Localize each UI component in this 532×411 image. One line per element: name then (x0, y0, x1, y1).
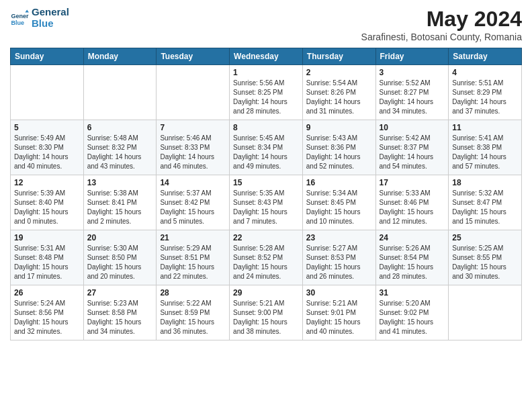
day-info: Sunrise: 5:41 AM Sunset: 8:38 PM Dayligh… (452, 134, 518, 171)
day-info: Sunrise: 5:22 AM Sunset: 8:59 PM Dayligh… (160, 299, 226, 336)
day-info: Sunrise: 5:23 AM Sunset: 8:58 PM Dayligh… (87, 299, 153, 336)
calendar-cell: 25Sunrise: 5:25 AM Sunset: 8:55 PM Dayli… (449, 230, 522, 285)
calendar-cell: 7Sunrise: 5:46 AM Sunset: 8:33 PM Daylig… (157, 120, 230, 175)
day-number: 11 (452, 123, 518, 132)
day-number: 15 (233, 178, 299, 187)
calendar-cell (11, 65, 84, 120)
day-number: 4 (452, 68, 518, 77)
week-row-5: 26Sunrise: 5:24 AM Sunset: 8:56 PM Dayli… (11, 285, 522, 340)
day-number: 24 (380, 233, 445, 242)
day-number: 19 (14, 233, 80, 242)
day-number: 23 (306, 233, 372, 242)
svg-text:Blue: Blue (11, 19, 24, 26)
week-row-4: 19Sunrise: 5:31 AM Sunset: 8:48 PM Dayli… (11, 230, 522, 285)
location: Sarafinesti, Botosani County, Romania (361, 32, 522, 42)
day-info: Sunrise: 5:38 AM Sunset: 8:41 PM Dayligh… (87, 189, 153, 226)
day-info: Sunrise: 5:32 AM Sunset: 8:47 PM Dayligh… (452, 189, 518, 226)
day-number: 8 (233, 123, 299, 132)
calendar-cell: 15Sunrise: 5:35 AM Sunset: 8:43 PM Dayli… (230, 175, 303, 230)
calendar-cell: 17Sunrise: 5:33 AM Sunset: 8:46 PM Dayli… (375, 175, 449, 230)
calendar-cell: 13Sunrise: 5:38 AM Sunset: 8:41 PM Dayli… (83, 175, 157, 230)
calendar-cell (157, 65, 230, 120)
day-info: Sunrise: 5:31 AM Sunset: 8:48 PM Dayligh… (14, 244, 80, 281)
calendar-cell: 14Sunrise: 5:37 AM Sunset: 8:42 PM Dayli… (157, 175, 230, 230)
weekday-header-tuesday: Tuesday (157, 48, 230, 65)
day-number: 22 (233, 233, 299, 242)
day-number: 25 (452, 233, 518, 242)
day-number: 21 (160, 233, 226, 242)
day-info: Sunrise: 5:49 AM Sunset: 8:30 PM Dayligh… (14, 134, 80, 171)
calendar-cell: 21Sunrise: 5:29 AM Sunset: 8:51 PM Dayli… (157, 230, 230, 285)
logo-text-blue: Blue (32, 18, 69, 30)
calendar-cell: 26Sunrise: 5:24 AM Sunset: 8:56 PM Dayli… (11, 285, 84, 340)
weekday-header-row: SundayMondayTuesdayWednesdayThursdayFrid… (11, 48, 522, 65)
day-info: Sunrise: 5:45 AM Sunset: 8:34 PM Dayligh… (233, 134, 299, 171)
calendar-cell: 29Sunrise: 5:21 AM Sunset: 9:00 PM Dayli… (230, 285, 303, 340)
calendar-cell: 12Sunrise: 5:39 AM Sunset: 8:40 PM Dayli… (11, 175, 84, 230)
day-number: 5 (14, 123, 80, 132)
calendar-cell: 8Sunrise: 5:45 AM Sunset: 8:34 PM Daylig… (230, 120, 303, 175)
day-info: Sunrise: 5:35 AM Sunset: 8:43 PM Dayligh… (233, 189, 299, 226)
day-number: 2 (306, 68, 372, 77)
calendar-cell: 27Sunrise: 5:23 AM Sunset: 8:58 PM Dayli… (83, 285, 157, 340)
day-number: 26 (14, 288, 80, 298)
day-number: 28 (160, 288, 226, 298)
day-number: 14 (160, 178, 226, 187)
calendar-cell: 30Sunrise: 5:21 AM Sunset: 9:01 PM Dayli… (302, 285, 375, 340)
day-number: 6 (87, 123, 153, 132)
day-info: Sunrise: 5:56 AM Sunset: 8:25 PM Dayligh… (233, 79, 299, 116)
day-number: 17 (380, 178, 445, 187)
calendar-cell: 2Sunrise: 5:54 AM Sunset: 8:26 PM Daylig… (302, 65, 375, 120)
day-info: Sunrise: 5:39 AM Sunset: 8:40 PM Dayligh… (14, 189, 80, 226)
calendar-cell (83, 65, 157, 120)
calendar-cell: 22Sunrise: 5:28 AM Sunset: 8:52 PM Dayli… (230, 230, 303, 285)
calendar-cell: 18Sunrise: 5:32 AM Sunset: 8:47 PM Dayli… (449, 175, 522, 230)
day-info: Sunrise: 5:33 AM Sunset: 8:46 PM Dayligh… (380, 189, 445, 226)
day-info: Sunrise: 5:29 AM Sunset: 8:51 PM Dayligh… (160, 244, 226, 281)
day-info: Sunrise: 5:43 AM Sunset: 8:36 PM Dayligh… (306, 134, 372, 171)
day-info: Sunrise: 5:21 AM Sunset: 9:00 PM Dayligh… (233, 299, 299, 336)
day-number: 9 (306, 123, 372, 132)
day-info: Sunrise: 5:24 AM Sunset: 8:56 PM Dayligh… (14, 299, 80, 336)
calendar-cell: 28Sunrise: 5:22 AM Sunset: 8:59 PM Dayli… (157, 285, 230, 340)
calendar-cell: 31Sunrise: 5:20 AM Sunset: 9:02 PM Dayli… (375, 285, 449, 340)
weekday-header-sunday: Sunday (11, 48, 84, 65)
day-number: 18 (452, 178, 518, 187)
calendar-cell: 11Sunrise: 5:41 AM Sunset: 8:38 PM Dayli… (449, 120, 522, 175)
week-row-3: 12Sunrise: 5:39 AM Sunset: 8:40 PM Dayli… (11, 175, 522, 230)
day-info: Sunrise: 5:28 AM Sunset: 8:52 PM Dayligh… (233, 244, 299, 281)
day-number: 1 (233, 68, 299, 77)
page: General Blue General Blue May 2024 Saraf… (0, 0, 532, 411)
day-info: Sunrise: 5:46 AM Sunset: 8:33 PM Dayligh… (160, 134, 226, 171)
weekday-header-wednesday: Wednesday (230, 48, 303, 65)
calendar-cell (449, 285, 522, 340)
calendar-cell: 1Sunrise: 5:56 AM Sunset: 8:25 PM Daylig… (230, 65, 303, 120)
svg-text:General: General (11, 13, 29, 19)
day-number: 31 (380, 288, 445, 298)
weekday-header-friday: Friday (375, 48, 449, 65)
weekday-header-saturday: Saturday (449, 48, 522, 65)
day-info: Sunrise: 5:37 AM Sunset: 8:42 PM Dayligh… (160, 189, 226, 226)
month-title: May 2024 (361, 7, 522, 32)
weekday-header-monday: Monday (83, 48, 157, 65)
week-row-2: 5Sunrise: 5:49 AM Sunset: 8:30 PM Daylig… (11, 120, 522, 175)
title-section: May 2024 Sarafinesti, Botosani County, R… (361, 7, 522, 42)
day-number: 13 (87, 178, 153, 187)
day-info: Sunrise: 5:54 AM Sunset: 8:26 PM Dayligh… (306, 79, 372, 116)
day-info: Sunrise: 5:26 AM Sunset: 8:54 PM Dayligh… (380, 244, 445, 281)
logo-icon: General Blue (10, 9, 29, 28)
day-info: Sunrise: 5:34 AM Sunset: 8:45 PM Dayligh… (306, 189, 372, 226)
logo: General Blue General Blue (10, 7, 69, 29)
calendar-cell: 16Sunrise: 5:34 AM Sunset: 8:45 PM Dayli… (302, 175, 375, 230)
day-info: Sunrise: 5:21 AM Sunset: 9:01 PM Dayligh… (306, 299, 372, 336)
weekday-header-thursday: Thursday (302, 48, 375, 65)
calendar-cell: 3Sunrise: 5:52 AM Sunset: 8:27 PM Daylig… (375, 65, 449, 120)
calendar-cell: 6Sunrise: 5:48 AM Sunset: 8:32 PM Daylig… (83, 120, 157, 175)
header: General Blue General Blue May 2024 Saraf… (10, 7, 522, 42)
calendar-cell: 9Sunrise: 5:43 AM Sunset: 8:36 PM Daylig… (302, 120, 375, 175)
day-info: Sunrise: 5:20 AM Sunset: 9:02 PM Dayligh… (380, 299, 445, 336)
day-number: 16 (306, 178, 372, 187)
calendar-cell: 24Sunrise: 5:26 AM Sunset: 8:54 PM Dayli… (375, 230, 449, 285)
calendar-cell: 5Sunrise: 5:49 AM Sunset: 8:30 PM Daylig… (11, 120, 84, 175)
day-number: 30 (306, 288, 372, 298)
